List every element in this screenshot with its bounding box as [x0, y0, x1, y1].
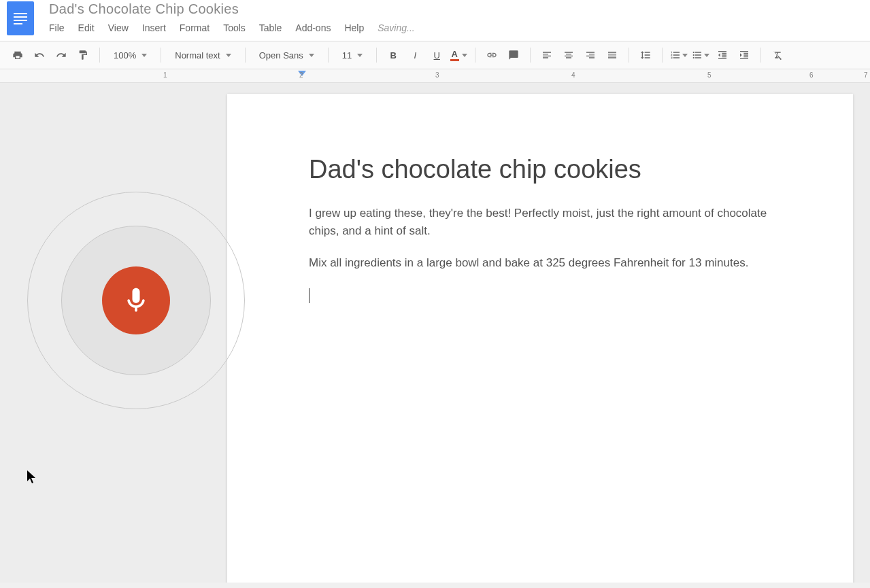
indent-increase-icon	[739, 50, 750, 60]
toolbar: 100% Normal text Open Sans 11 B I U A	[0, 41, 870, 69]
italic-icon: I	[414, 50, 416, 60]
paragraph-style-value: Normal text	[175, 50, 220, 60]
bulleted-list-button[interactable]	[691, 46, 710, 65]
ruler-mark: 6	[809, 71, 814, 79]
italic-button[interactable]: I	[405, 46, 424, 65]
paint-format-icon	[78, 50, 88, 60]
menu-table[interactable]: Table	[259, 22, 282, 33]
paragraph-style-dropdown[interactable]: Normal text	[168, 48, 237, 63]
menu-format[interactable]: Format	[180, 22, 210, 33]
mouse-cursor-icon	[27, 470, 38, 484]
underline-button[interactable]: U	[427, 46, 446, 65]
docs-logo-icon[interactable]	[7, 1, 34, 35]
document-page[interactable]: Dad's chocolate chip cookies I grew up e…	[227, 94, 853, 583]
align-justify-icon	[607, 50, 618, 60]
zoom-value: 100%	[114, 50, 136, 60]
document-title[interactable]: Dad's Chocolate Chip Cookies	[41, 0, 870, 20]
clear-formatting-icon	[772, 50, 783, 60]
link-icon	[486, 50, 497, 60]
font-family-value: Open Sans	[259, 50, 303, 60]
bold-icon: B	[390, 50, 397, 60]
text-cursor-icon	[309, 288, 309, 303]
menu-tools[interactable]: Tools	[223, 22, 246, 33]
align-right-icon	[585, 50, 596, 60]
menu-bar: File Edit View Insert Format Tools Table…	[41, 20, 870, 39]
align-justify-button[interactable]	[603, 46, 622, 65]
underline-icon: U	[434, 50, 440, 60]
bulleted-list-icon	[692, 50, 703, 60]
microphone-icon	[121, 286, 151, 315]
save-status: Saving...	[378, 22, 414, 33]
numbered-list-icon	[670, 50, 681, 60]
document-paragraph[interactable]: Mix all ingredients in a large bowl and …	[309, 254, 792, 272]
font-size-dropdown[interactable]: 11	[335, 48, 369, 63]
redo-icon	[56, 50, 67, 60]
app-header: Dad's Chocolate Chip Cookies File Edit V…	[0, 0, 870, 41]
undo-button[interactable]	[30, 46, 49, 65]
editor-workspace: Dad's chocolate chip cookies I grew up e…	[0, 83, 870, 583]
insert-link-button[interactable]	[482, 46, 501, 65]
comment-icon	[508, 50, 519, 60]
chevron-down-icon	[462, 54, 467, 57]
undo-icon	[34, 50, 45, 60]
chevron-down-icon	[704, 54, 709, 57]
font-size-value: 11	[342, 50, 352, 60]
line-spacing-button[interactable]	[636, 46, 655, 65]
horizontal-ruler[interactable]: 1 2 3 4 5 6 7	[0, 69, 870, 83]
clear-formatting-button[interactable]	[768, 46, 787, 65]
ruler-mark: 5	[707, 71, 712, 79]
align-center-icon	[563, 50, 574, 60]
logo-column	[0, 0, 41, 41]
text-color-icon: A	[450, 49, 459, 61]
header-main: Dad's Chocolate Chip Cookies File Edit V…	[41, 0, 870, 39]
chevron-down-icon	[309, 54, 314, 57]
align-center-button[interactable]	[559, 46, 578, 65]
print-icon	[12, 50, 23, 60]
text-cursor-line[interactable]	[309, 287, 792, 305]
menu-help[interactable]: Help	[344, 22, 364, 33]
chevron-down-icon	[141, 54, 147, 57]
numbered-list-button[interactable]	[669, 46, 688, 65]
paint-format-button[interactable]	[73, 46, 93, 65]
menu-view[interactable]: View	[108, 22, 129, 33]
insert-comment-button[interactable]	[504, 46, 523, 65]
menu-file[interactable]: File	[49, 22, 65, 33]
ruler-mark: 1	[163, 71, 167, 79]
indent-decrease-icon	[717, 50, 728, 60]
ruler-mark: 3	[435, 71, 439, 79]
document-heading[interactable]: Dad's chocolate chip cookies	[309, 155, 792, 184]
text-color-button[interactable]: A	[449, 46, 468, 65]
bold-button[interactable]: B	[384, 46, 403, 65]
chevron-down-icon	[226, 54, 231, 57]
indent-increase-button[interactable]	[735, 46, 754, 65]
voice-typing-widget	[27, 192, 245, 409]
ruler-mark: 4	[571, 71, 575, 79]
chevron-down-icon	[357, 54, 363, 57]
zoom-dropdown[interactable]: 100%	[107, 48, 154, 63]
menu-addons[interactable]: Add-ons	[295, 22, 331, 33]
chevron-down-icon	[682, 54, 688, 57]
font-family-dropdown[interactable]: Open Sans	[252, 48, 321, 63]
line-spacing-icon	[640, 50, 651, 60]
voice-typing-button[interactable]	[102, 266, 170, 334]
menu-edit[interactable]: Edit	[78, 22, 95, 33]
align-left-button[interactable]	[537, 46, 556, 65]
redo-button[interactable]	[52, 46, 71, 65]
menu-insert[interactable]: Insert	[142, 22, 166, 33]
print-button[interactable]	[8, 46, 27, 65]
ruler-mark: 7	[864, 71, 868, 79]
ruler-mark: 2	[299, 71, 303, 79]
document-paragraph[interactable]: I grew up eating these, they're the best…	[309, 205, 792, 239]
indent-decrease-button[interactable]	[713, 46, 732, 65]
align-right-button[interactable]	[581, 46, 600, 65]
align-left-icon	[541, 50, 552, 60]
